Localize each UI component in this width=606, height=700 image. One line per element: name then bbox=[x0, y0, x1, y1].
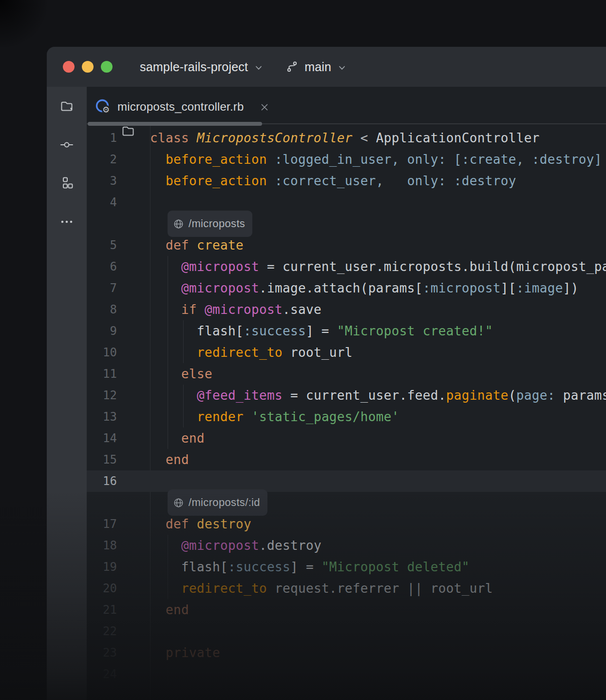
code-line: 2 before_action :logged_in_user, only: [… bbox=[87, 149, 606, 170]
route-badge-row: /microposts/:id bbox=[87, 492, 606, 513]
route-badge[interactable]: /microposts/:id bbox=[168, 489, 267, 516]
code-line: 6 @micropost = current_user.microposts.b… bbox=[87, 256, 606, 277]
code-line: 20 redirect_to request.referrer || root_… bbox=[87, 578, 606, 599]
horizontal-scrollbar[interactable] bbox=[88, 122, 262, 126]
code-text: render 'static_pages/home' bbox=[150, 406, 606, 428]
code-text: else bbox=[150, 363, 606, 385]
more-tools-button[interactable] bbox=[57, 212, 76, 232]
close-tab-icon[interactable] bbox=[259, 102, 270, 113]
left-toolbar bbox=[47, 87, 87, 700]
project-name: sample-rails-project bbox=[140, 60, 248, 74]
line-number: 11 bbox=[87, 367, 150, 381]
line-number: 2 bbox=[87, 153, 150, 166]
line-number: 3 bbox=[87, 174, 150, 188]
code-line: 18 @micropost.destroy bbox=[87, 535, 606, 556]
close-window-button[interactable] bbox=[63, 61, 75, 73]
code-line: 3 before_action :correct_user, only: :de… bbox=[87, 170, 606, 192]
window-controls bbox=[63, 61, 113, 73]
ruby-controller-icon: ⚙ bbox=[95, 98, 112, 116]
code-text: private bbox=[150, 642, 606, 663]
title-bar: sample-rails-project main bbox=[47, 47, 606, 87]
components-panel-button[interactable] bbox=[57, 174, 76, 193]
code-line: 4 bbox=[87, 192, 606, 213]
line-number: 20 bbox=[87, 582, 150, 595]
chevron-down-icon bbox=[337, 63, 347, 73]
line-number: 14 bbox=[87, 431, 150, 445]
line-number: 10 bbox=[87, 346, 150, 359]
svg-text:⚙: ⚙ bbox=[102, 105, 110, 115]
minimize-window-button[interactable] bbox=[82, 61, 94, 73]
line-number: 5 bbox=[87, 238, 150, 252]
route-badge[interactable]: /microposts bbox=[168, 211, 252, 237]
source-control-panel-button[interactable] bbox=[57, 135, 76, 155]
code-line: 5 def create bbox=[87, 234, 606, 256]
line-number: 7 bbox=[87, 281, 150, 295]
tab-bar: ⚙ microposts_controller.rb bbox=[87, 87, 606, 126]
code-text: end bbox=[150, 599, 606, 621]
code-text: @micropost.image.attach(params[:micropos… bbox=[150, 277, 606, 299]
tab-filename: microposts_controller.rb bbox=[117, 100, 244, 114]
branch-name: main bbox=[304, 60, 331, 74]
code-line: 19 flash[:success] = "Micropost deleted" bbox=[87, 556, 606, 578]
more-ellipsis-icon bbox=[59, 214, 74, 229]
code-line: 7 @micropost.image.attach(params[:microp… bbox=[87, 277, 606, 299]
line-number: 16 bbox=[87, 474, 150, 488]
editor-window: sample-rails-project main bbox=[47, 47, 606, 700]
line-number: 18 bbox=[87, 539, 150, 552]
code-line: 13 render 'static_pages/home' bbox=[87, 406, 606, 428]
files-panel-button[interactable] bbox=[57, 97, 76, 116]
line-number: 23 bbox=[87, 646, 150, 660]
line-number: 13 bbox=[87, 410, 150, 424]
folder-icon bbox=[59, 99, 74, 114]
code-line: 11 else bbox=[87, 363, 606, 385]
code-text: redirect_to root_url bbox=[150, 342, 606, 363]
chevron-down-icon bbox=[254, 63, 264, 73]
code-text: def destroy bbox=[150, 513, 606, 535]
line-number: 24 bbox=[87, 667, 150, 681]
code-text: def create bbox=[150, 234, 606, 256]
code-line: 23 private bbox=[87, 642, 606, 663]
route-badge-row: /microposts bbox=[87, 213, 606, 234]
code-line: 14 end bbox=[87, 428, 606, 449]
tab-microposts-controller[interactable]: ⚙ microposts_controller.rb bbox=[95, 95, 270, 119]
editor-pane: ⚙ microposts_controller.rb bbox=[87, 87, 606, 700]
line-number: 19 bbox=[87, 560, 150, 574]
code-editor[interactable]: 1 class MicropostsController < Applicati… bbox=[87, 126, 606, 700]
line-number: 6 bbox=[87, 260, 150, 273]
line-number: 12 bbox=[87, 389, 150, 402]
code-text: if @micropost.save bbox=[150, 299, 606, 320]
line-number: 9 bbox=[87, 324, 150, 338]
git-branch-icon bbox=[286, 60, 299, 73]
code-line: 10 redirect_to root_url bbox=[87, 342, 606, 363]
line-number: 4 bbox=[87, 195, 150, 209]
code-text: before_action :correct_user, only: :dest… bbox=[150, 170, 606, 192]
line-number: 15 bbox=[87, 453, 150, 467]
line-number: 17 bbox=[87, 517, 150, 531]
code-text: flash[:success] = "Micropost deleted" bbox=[150, 556, 606, 578]
zoom-window-button[interactable] bbox=[101, 61, 113, 73]
code-line: 21 end bbox=[87, 599, 606, 621]
code-text: flash[:success] = "Micropost created!" bbox=[150, 320, 606, 342]
line-number: 8 bbox=[87, 303, 150, 316]
code-line: 17 def destroy bbox=[87, 513, 606, 535]
branch-switcher[interactable]: main bbox=[286, 60, 347, 74]
screenshot-root: sample-rails-project main bbox=[0, 0, 606, 700]
code-line: 9 flash[:success] = "Micropost created!" bbox=[87, 320, 606, 342]
code-text: @micropost = current_user.microposts.bui… bbox=[150, 256, 606, 277]
code-text: end bbox=[150, 428, 606, 449]
globe-icon bbox=[173, 218, 184, 230]
code-text: redirect_to request.referrer || root_url bbox=[150, 578, 606, 599]
code-line: 16 bbox=[87, 470, 606, 492]
code-text: class MicropostsController < Application… bbox=[150, 127, 606, 149]
code-line: 1 class MicropostsController < Applicati… bbox=[87, 127, 606, 149]
code-text: @feed_items = current_user.feed.paginate… bbox=[150, 385, 606, 406]
workspace: ⚙ microposts_controller.rb bbox=[47, 87, 606, 700]
code-line: 12 @feed_items = current_user.feed.pagin… bbox=[87, 385, 606, 406]
components-icon bbox=[59, 176, 74, 191]
line-number: 22 bbox=[87, 624, 150, 638]
project-switcher[interactable]: sample-rails-project bbox=[140, 60, 264, 74]
globe-icon bbox=[173, 497, 184, 508]
code-line: 15 end bbox=[87, 449, 606, 470]
code-text: end bbox=[150, 449, 606, 470]
gutter-folder-icon[interactable] bbox=[121, 124, 135, 138]
